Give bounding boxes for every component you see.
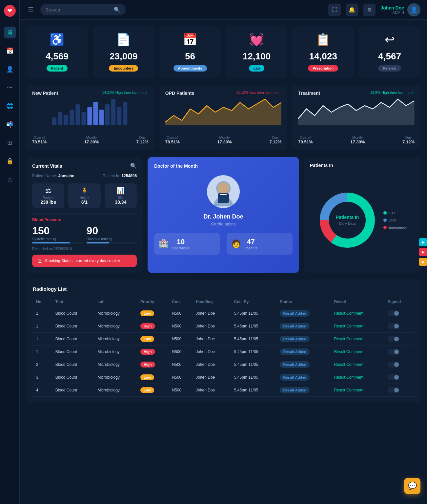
systolic-value: 150	[32, 225, 50, 237]
chart-stat-2-1: Montly 17.39%	[350, 136, 365, 144]
sidebar: ❤ 🖥 📅 👤 〜 🌐 📬 ⊞ 🔒 ⚠	[0, 0, 20, 504]
svg-marker-14	[298, 99, 415, 125]
toggle-6	[388, 387, 399, 393]
toggle-1	[388, 323, 399, 329]
diastolic-item: 90 Diastolic mmHg	[87, 225, 137, 243]
svg-rect-19	[220, 194, 227, 195]
chart-stat-0-1: Montly 17.39%	[84, 136, 99, 144]
svg-rect-6	[87, 107, 92, 125]
toggle-3	[388, 349, 399, 355]
svg-rect-8	[99, 110, 104, 125]
col-header-0: No.	[33, 297, 52, 307]
sidebar-item-grid[interactable]: ⊞	[4, 137, 16, 149]
svg-text:Daily Data: Daily Data	[339, 221, 356, 225]
table-row: 4 Blood Count Microbiology Low N500 Johe…	[33, 384, 414, 397]
patient-name: Jonsahn	[58, 174, 74, 178]
stat-card-0[interactable]: ♿ 4,569 Patient	[26, 26, 88, 78]
side-btn-3[interactable]: ▶	[419, 258, 427, 266]
col-header-6: Coll. By	[231, 297, 277, 307]
chart-stat-0-0: Overall 78.51%	[32, 136, 47, 144]
vitals-card: Current Vitals 🔍 Patient Name: Jonsahn P…	[26, 157, 143, 273]
operations-label: Operations	[172, 246, 190, 250]
sidebar-item-inbox[interactable]: 📬	[4, 118, 16, 130]
sidebar-item-vitals[interactable]: 〜	[4, 82, 16, 94]
stat-badge-4: Prescription	[308, 65, 338, 72]
chart-card-0: New Patient 14.21% High then last month …	[26, 85, 154, 150]
chart-change-2: 19.5% High then last month	[370, 91, 415, 94]
stat-badge-5: Referral	[378, 65, 401, 72]
svg-rect-5	[81, 112, 86, 125]
sidebar-item-calendar[interactable]: 📅	[4, 45, 16, 57]
svg-rect-12	[123, 102, 127, 125]
bmi-icon: 📊	[109, 187, 132, 195]
chart-stat-1-2: Day 7.12%	[269, 136, 281, 144]
stat-icon-4: 📋	[316, 33, 331, 47]
smoking-status: Smoking Status : current every day smoke…	[45, 259, 120, 263]
bp-label: Blood Pressure	[32, 218, 137, 222]
chart-change-1: 11.12% less then last month	[236, 91, 281, 94]
table-row: 3 Blood Count Microbiology Low N500 Johe…	[33, 371, 414, 384]
stat-card-1[interactable]: 📄 23,009 Encounters	[93, 26, 154, 78]
sidebar-item-patients[interactable]: 👤	[4, 63, 16, 75]
doctor-specialty: Cardiologists	[211, 221, 235, 226]
chart-stat-0-2: Day 7.12%	[136, 136, 149, 144]
expand-button[interactable]: ⛶	[328, 4, 341, 16]
toggle-2	[388, 336, 399, 342]
systolic-label: Systolic mmHg	[32, 237, 83, 241]
table-row: 1 Blood Count Microbiology Low N500 Johe…	[33, 307, 414, 320]
diastolic-value: 90	[87, 225, 98, 237]
stat-card-3[interactable]: 💓 12,100 Lab	[226, 26, 287, 78]
menu-button[interactable]: ☰	[26, 4, 35, 15]
operations-count: 10	[172, 238, 190, 246]
patients-in-card: Patients In Patients In Daily Data	[304, 157, 420, 273]
stat-number-5: 4,567	[378, 51, 401, 62]
stat-number-1: 23,009	[110, 51, 138, 62]
sidebar-item-alert[interactable]: ⚠	[4, 174, 16, 185]
toggle-4	[388, 362, 399, 368]
stat-card-4[interactable]: 📋 14,023 Prescription	[292, 26, 354, 78]
sidebar-item-lock[interactable]: 🔒	[4, 155, 16, 167]
side-btn-2[interactable]: ▶	[419, 248, 427, 256]
chat-button[interactable]: 💬	[404, 478, 420, 494]
col-header-2: Lab	[94, 297, 137, 307]
chart-stat-1-0: Overall 78.51%	[165, 136, 180, 144]
charts-row: New Patient 14.21% High then last month …	[26, 85, 420, 150]
stat-card-5[interactable]: ↩ 4,567 Referral	[359, 26, 420, 78]
stat-icon-0: ♿	[50, 33, 64, 47]
vitals-search-icon[interactable]: 🔍	[130, 163, 137, 169]
stat-card-2[interactable]: 📅 56 Appointments	[159, 26, 221, 78]
col-header-5: Handling	[193, 297, 231, 307]
svg-rect-1	[58, 112, 62, 125]
stat-icon-5: ↩	[385, 33, 395, 47]
height-metric: 🧍 Height 6'1	[68, 183, 100, 208]
stats-row: ♿ 4,569 Patient 📄 23,009 Encounters 📅 56…	[26, 26, 420, 78]
doctor-name: Dr. Johen Doe	[203, 213, 243, 220]
col-header-1: Test	[52, 297, 94, 307]
smoking-banner: 🚬 Smoking Status : current every day smo…	[32, 255, 137, 267]
toggle-0	[388, 310, 399, 316]
logo-icon[interactable]: ❤	[4, 5, 16, 17]
stat-number-3: 12,100	[243, 51, 271, 62]
patients-icon: 🧑	[231, 239, 241, 248]
operations-icon: 🏥	[159, 239, 169, 248]
side-btn-1[interactable]: ▶	[419, 238, 427, 246]
chart-title-0: New Patient	[32, 91, 58, 96]
chart-stat-2-0: Overall 78.51%	[298, 136, 313, 144]
settings-button[interactable]: ⚙	[363, 4, 376, 16]
search-input[interactable]	[46, 7, 111, 12]
patients-in-title: Patients In	[310, 163, 415, 168]
radiology-table: No.TestLabPriorityCostHandlingColl. BySt…	[33, 297, 414, 397]
user-avatar[interactable]: 👤	[407, 3, 420, 16]
table-row: 2 Blood Count Microbiology High N500 Joh…	[33, 358, 414, 371]
sidebar-item-monitor[interactable]: 🖥	[4, 27, 16, 38]
col-header-8: Result	[331, 297, 385, 307]
radiology-title: Radiology List	[33, 286, 414, 292]
chart-svg-1	[165, 99, 282, 129]
bottom-row: Current Vitals 🔍 Patient Name: Jonsahn P…	[26, 157, 420, 273]
patients-label: Patients	[244, 246, 257, 250]
doctor-card-title: Doctor of the Month	[154, 163, 198, 169]
notification-button[interactable]: 🔔	[346, 4, 358, 16]
svg-point-17	[217, 182, 229, 194]
sidebar-item-globe[interactable]: 🌐	[4, 100, 16, 112]
recorded-text: Recorded on 25/05/2018	[32, 247, 137, 251]
